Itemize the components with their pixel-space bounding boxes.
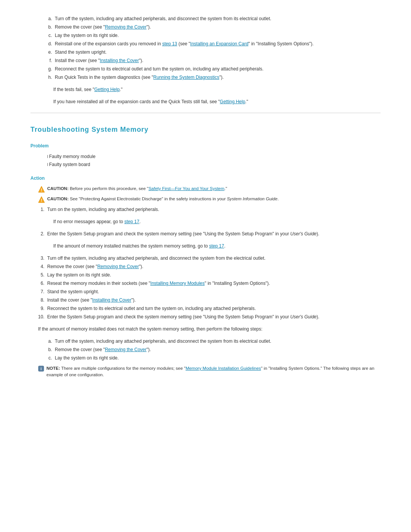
item-text: Lay the system on its right side. [55,33,119,38]
running-diagnostics-link[interactable]: Running the System Diagnostics [153,75,219,80]
action-subsection: Action ! CAUTION: Before you perform thi… [30,175,381,379]
top-note1: If the tests fail, see "Getting Help." [53,86,381,93]
problem-item-text: Faulty system board [49,162,90,167]
sub-step-b: Remove the cover (see "Removing the Cove… [53,346,381,353]
note-icon: i [38,366,44,372]
action-step-6: Reseat the memory modules in their socke… [46,280,381,287]
action-step-5: Lay the system on its right side. [46,272,381,278]
action-steps-list: Turn on the system, including any attach… [46,206,381,213]
step-text: Remove the cover (see "Removing the Cove… [47,264,143,269]
item-text: Turn off the system, including any attac… [55,16,271,21]
action-step-10: Enter the System Setup program and check… [46,313,381,320]
sub-steps-list: Turn off the system, including any attac… [53,338,381,361]
step-text: Stand the system upright. [47,289,99,294]
troubleshooting-memory-section: Troubleshooting System Memory Problem Fa… [30,125,381,379]
list-item: Remove the cover (see "Removing the Cove… [53,24,381,30]
safety-first-link[interactable]: Safety First—For You and Your System [148,186,224,191]
item-text: Remove the cover (see "Removing the Cove… [55,24,151,30]
list-item: Reconnect the system to its electrical o… [53,66,381,72]
list-item: Install the cover (see "Installing the C… [53,57,381,64]
step1-note: If no error messages appear, go to step … [53,218,381,225]
item-text: Install the cover (see "Installing the C… [55,58,143,63]
step-text: Install the cover (see "Installing the C… [47,297,136,303]
step-text: Enter the System Setup program and check… [47,231,319,236]
installing-expansion-card-link[interactable]: Installing an Expansion Card [190,41,249,46]
step13-link[interactable]: step 13 [162,41,177,46]
step17-link-1[interactable]: step 17 [124,219,139,224]
problem-item: Faulty system board [46,161,381,168]
getting-help-link-2[interactable]: Getting Help [220,99,245,104]
installing-cover-link[interactable]: Installing the Cover [100,58,139,63]
step-text: Reconnect the system to its electrical o… [47,306,256,311]
top-alpha-list: Turn off the system, including any attac… [30,15,381,105]
item-text: Run Quick Tests in the system diagnostic… [55,75,224,80]
problem-subsection: Problem Faulty memory module Faulty syst… [30,142,381,168]
removing-cover-link-2[interactable]: Removing the Cover [97,264,139,269]
list-item: Reinstall one of the expansion cards you… [53,40,381,47]
problem-list: Faulty memory module Faulty system board [46,153,381,168]
svg-text:i: i [41,367,42,371]
action-step-2: Enter the System Setup program and check… [46,230,381,237]
list-item: Turn off the system, including any attac… [53,15,381,22]
step-text: Enter the System Setup program and check… [47,314,319,320]
list-item: Lay the system on its right side. [53,32,381,39]
action-step-8: Install the cover (see "Installing the C… [46,297,381,304]
step17-link-2[interactable]: step 17 [209,243,224,249]
step-text: Turn on the system, including any attach… [47,207,159,212]
installing-memory-link[interactable]: Installing Memory Modules [150,281,205,286]
bottom-note-block: i NOTE: There are multiple configuration… [38,365,381,379]
step-text: Reseat the memory modules in their socke… [47,281,270,286]
sub-step-text: Lay the system on its right side. [55,355,119,361]
caution-block-1: ! CAUTION: Before you perform this proce… [38,185,381,193]
after-step10-note: If the amount of memory installed does n… [38,326,381,332]
svg-text:!: ! [41,198,42,203]
sub-step-text: Turn off the system, including any attac… [55,339,271,344]
bottom-note-text: NOTE: There are multiple configurations … [46,365,381,379]
problem-item-text: Faulty memory module [49,154,96,159]
action-step-1: Turn on the system, including any attach… [46,206,381,213]
action-steps-list-3: Turn off the system, including any attac… [46,255,381,320]
caution-icon-2: ! [38,196,45,203]
action-step-7: Stand the system upright. [46,288,381,295]
caution-icon-1: ! [38,186,45,193]
action-step-9: Reconnect the system to its electrical o… [46,305,381,312]
item-text: Reconnect the system to its electrical o… [55,66,263,72]
action-steps-list-2: Enter the System Setup program and check… [46,230,381,237]
top-note2: If you have reinstalled all of the expan… [53,98,381,105]
installing-cover-link-2[interactable]: Installing the Cover [92,297,131,303]
removing-cover-link[interactable]: Removing the Cover [105,24,147,30]
sub-step-text: Remove the cover (see "Removing the Cove… [55,347,151,352]
getting-help-link-1[interactable]: Getting Help [94,87,120,92]
section-divider [30,113,381,113]
step2-note: If the amount of memory installed matche… [53,243,381,249]
action-step-3: Turn off the system, including any attac… [46,255,381,262]
list-item: Stand the system upright. [53,49,381,56]
problem-label: Problem [30,142,381,149]
caution-text-2: CAUTION: See "Protecting Against Electro… [47,196,279,202]
problem-item: Faulty memory module [46,153,381,160]
sub-step-a: Turn off the system, including any attac… [53,338,381,345]
caution-text-1: CAUTION: Before you perform this procedu… [47,185,227,192]
step-text: Lay the system on its right side. [47,272,111,278]
svg-text:!: ! [41,188,42,192]
action-label: Action [30,175,381,182]
step-text: Turn off the system, including any attac… [47,256,266,261]
sub-step-c: Lay the system on its right side. [53,355,381,361]
section-title: Troubleshooting System Memory [30,125,381,135]
memory-module-guidelines-link[interactable]: Memory Module Installation Guidelines [186,366,261,371]
list-item: Run Quick Tests in the system diagnostic… [53,74,381,81]
action-step-4: Remove the cover (see "Removing the Cove… [46,263,381,270]
item-text: Stand the system upright. [55,50,107,55]
item-text: Reinstall one of the expansion cards you… [55,41,314,46]
caution-block-2: ! CAUTION: See "Protecting Against Elect… [38,196,381,203]
removing-cover-link-3[interactable]: Removing the Cover [105,347,147,352]
